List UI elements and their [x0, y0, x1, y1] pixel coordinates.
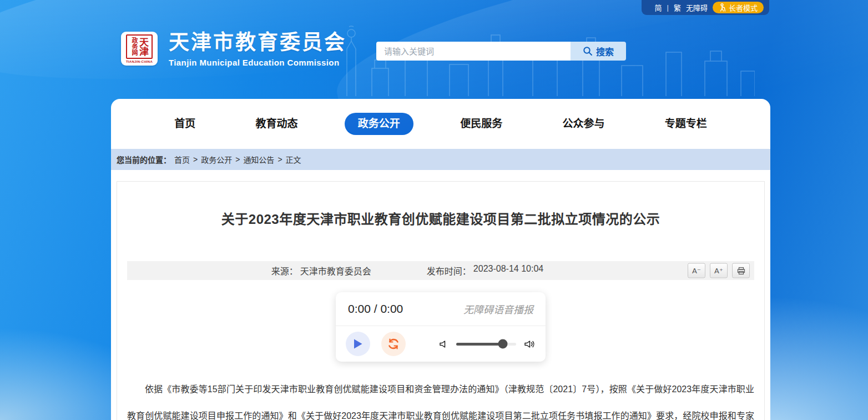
site-name-english: Tianjin Municipal Education Commission: [169, 58, 346, 67]
replay-icon: [387, 337, 400, 351]
site-header: 天津 政务网 TIANJIN-CHINA 天津市教育委员会 Tianjin Mu…: [111, 0, 770, 99]
volume-high-icon[interactable]: [524, 339, 536, 349]
breadcrumb-notices[interactable]: 通知公告: [243, 154, 274, 165]
search-button-label: 搜索: [596, 44, 614, 58]
font-increase-button[interactable]: A⁺: [710, 263, 728, 278]
player-time: 0:00 / 0:00: [348, 302, 403, 316]
main-area: 关于2023年度天津市职业教育创优赋能建设项目第二批拟立项情况的公示 来源： 天…: [111, 170, 770, 420]
breadcrumb-home[interactable]: 首页: [174, 154, 190, 165]
article-tools: A⁻ A⁺: [688, 263, 750, 278]
player-info-row: 0:00 / 0:00 无障碍语音播报: [336, 292, 546, 326]
nav-item-special-columns[interactable]: 专题专栏: [652, 113, 720, 135]
nav-item-public-participation[interactable]: 公众参与: [549, 113, 618, 135]
breadcrumb-separator: >: [235, 155, 240, 164]
breadcrumb-gov-disclosure[interactable]: 政务公开: [201, 154, 232, 165]
nav-item-gov-disclosure[interactable]: 政务公开: [345, 113, 413, 135]
nav-item-home[interactable]: 首页: [161, 113, 209, 135]
nav-item-public-services[interactable]: 便民服务: [447, 113, 516, 135]
source-value: 天津市教育委员会: [300, 264, 371, 277]
article-title: 关于2023年度天津市职业教育创优赋能建设项目第二批拟立项情况的公示: [117, 191, 764, 228]
search-button[interactable]: 搜索: [571, 42, 626, 61]
page-content: 首页 教育动态 政务公开 便民服务 公众参与 专题专栏 您当前的位置： 首页 >…: [111, 99, 770, 420]
nav-item-education-news[interactable]: 教育动态: [242, 113, 311, 135]
search-input[interactable]: [376, 42, 571, 61]
site-brand[interactable]: 天津 政务网 TIANJIN-CHINA 天津市教育委员会 Tianjin Mu…: [121, 32, 346, 67]
logo-caption: TIANJIN-CHINA: [126, 60, 153, 63]
tianjin-gov-logo: 天津 政务网 TIANJIN-CHINA: [121, 32, 158, 66]
play-icon: [353, 338, 363, 349]
publish-time-label: 发布时间：: [427, 264, 471, 277]
accessibility-audio-player: 0:00 / 0:00 无障碍语音播报: [336, 292, 546, 362]
play-button[interactable]: [346, 332, 370, 356]
site-titles: 天津市教育委员会 Tianjin Municipal Education Com…: [169, 32, 346, 67]
print-icon: [737, 267, 745, 274]
breadcrumb-separator: >: [193, 155, 198, 164]
publish-time-value: 2023-08-14 10:04: [473, 264, 543, 277]
main-navigation: 首页 教育动态 政务公开 便民服务 公众参与 专题专栏: [111, 99, 770, 149]
volume-slider[interactable]: [456, 343, 516, 346]
article-meta-bar: 来源： 天津市教育委员会 发布时间： 2023-08-14 10:04 A⁻ A…: [127, 261, 754, 280]
article-publish-time: 发布时间： 2023-08-14 10:04: [427, 264, 543, 277]
breadcrumb-separator: >: [277, 155, 282, 164]
replay-button[interactable]: [381, 332, 406, 356]
breadcrumb-prefix: 您当前的位置：: [117, 154, 171, 165]
volume-controls: [439, 339, 536, 349]
search-icon: [583, 46, 593, 56]
print-button[interactable]: [732, 263, 750, 278]
source-label: 来源：: [271, 264, 298, 277]
volume-low-icon[interactable]: [439, 339, 448, 349]
article-card: 关于2023年度天津市职业教育创优赋能建设项目第二批拟立项情况的公示 来源： 天…: [117, 181, 765, 420]
site-search: 搜索: [376, 42, 626, 61]
player-notice: 无障碍语音播报: [463, 302, 533, 316]
site-name: 天津市教育委员会: [169, 32, 346, 54]
article-source: 来源： 天津市教育委员会: [271, 264, 371, 277]
volume-slider-fill: [456, 343, 503, 346]
breadcrumb: 您当前的位置： 首页 > 政务公开 > 通知公告 > 正文: [111, 149, 770, 170]
player-controls-row: [336, 326, 546, 362]
red-seal: 天津 政务网: [126, 34, 153, 59]
volume-slider-thumb[interactable]: [498, 339, 508, 349]
font-decrease-button[interactable]: A⁻: [688, 263, 705, 278]
breadcrumb-current: 正文: [286, 154, 301, 165]
article-body-text: 依据《市教委等15部门关于印发天津市职业教育创优赋能建设项目和资金管理办法的通知…: [117, 376, 764, 420]
